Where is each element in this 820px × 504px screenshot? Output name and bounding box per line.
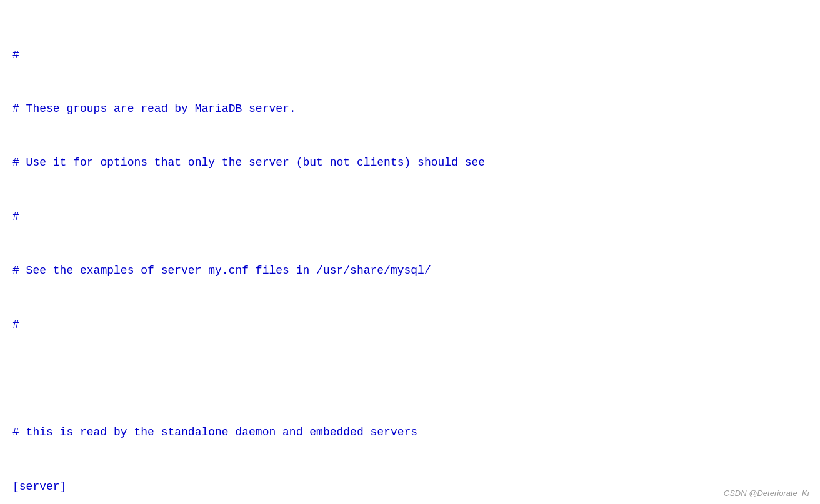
line-2: # These groups are read by MariaDB serve… — [12, 100, 808, 118]
line-9: [server] — [12, 478, 808, 496]
line-8: # this is read by the standalone daemon … — [12, 423, 808, 442]
line-6: # — [12, 316, 808, 334]
line-1: # — [12, 46, 808, 64]
watermark: CSDN @Deteriorate_Kr — [724, 488, 810, 498]
line-7 — [12, 370, 808, 388]
line-3: # Use it for options that only the serve… — [12, 154, 808, 172]
line-4: # — [12, 208, 808, 226]
line-5: # See the examples of server my.cnf file… — [12, 262, 808, 280]
code-editor: # # These groups are read by MariaDB ser… — [0, 0, 820, 504]
